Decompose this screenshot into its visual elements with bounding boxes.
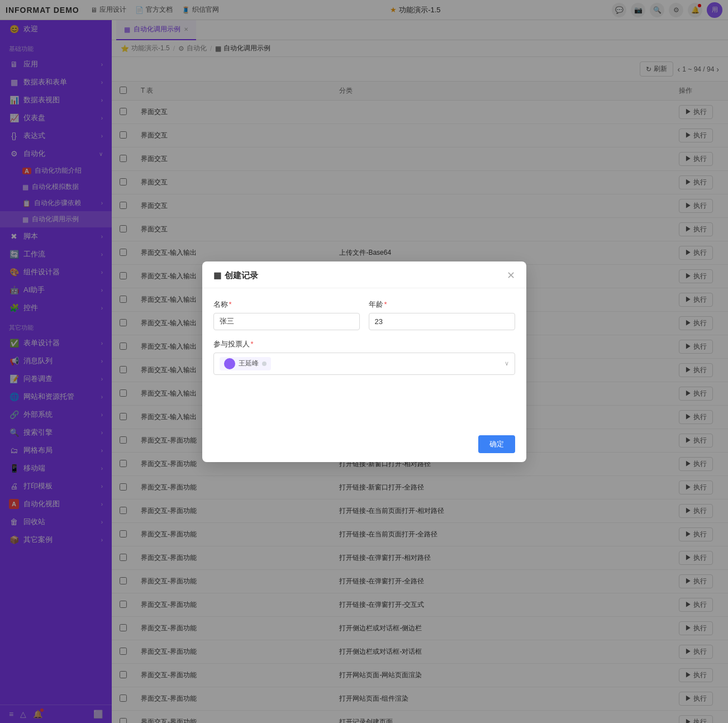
confirm-btn[interactable]: 确定: [478, 435, 515, 453]
form-field-age: 年龄 *: [369, 299, 515, 330]
select-dropdown-icon: ∨: [505, 360, 509, 367]
modal-title-icon: ▦: [213, 270, 221, 280]
form-label-voter: 参与投票人 *: [213, 339, 515, 349]
voter-required: *: [251, 340, 254, 348]
modal-overlay[interactable]: ▦ 创建记录 ✕ 名称 * 年龄 *: [0, 0, 728, 723]
modal-title: ▦ 创建记录: [213, 270, 258, 281]
age-input[interactable]: [369, 313, 515, 330]
modal-footer: 确定: [202, 429, 526, 462]
voter-select[interactable]: 王延峰 ∨: [213, 353, 515, 375]
modal-empty-space: [213, 384, 515, 417]
form-label-age: 年龄 *: [369, 299, 515, 310]
modal-body: 名称 * 年龄 * 参与投票人 *: [202, 288, 526, 429]
form-label-name: 名称 *: [213, 299, 360, 310]
form-row-2: 参与投票人 * 王延峰 ∨: [213, 339, 515, 375]
voter-avatar: [224, 358, 235, 369]
name-input[interactable]: [213, 313, 360, 330]
voter-tag: 王延峰: [220, 357, 271, 370]
modal-header: ▦ 创建记录 ✕: [202, 261, 526, 288]
voter-dot: [262, 362, 267, 366]
form-field-voter: 参与投票人 * 王延峰 ∨: [213, 339, 515, 375]
create-record-modal: ▦ 创建记录 ✕ 名称 * 年龄 *: [202, 261, 526, 462]
modal-close-btn[interactable]: ✕: [507, 270, 515, 280]
form-field-name: 名称 *: [213, 299, 360, 330]
form-row-1: 名称 * 年龄 *: [213, 299, 515, 330]
name-required: *: [229, 300, 232, 308]
age-required: *: [384, 300, 387, 308]
